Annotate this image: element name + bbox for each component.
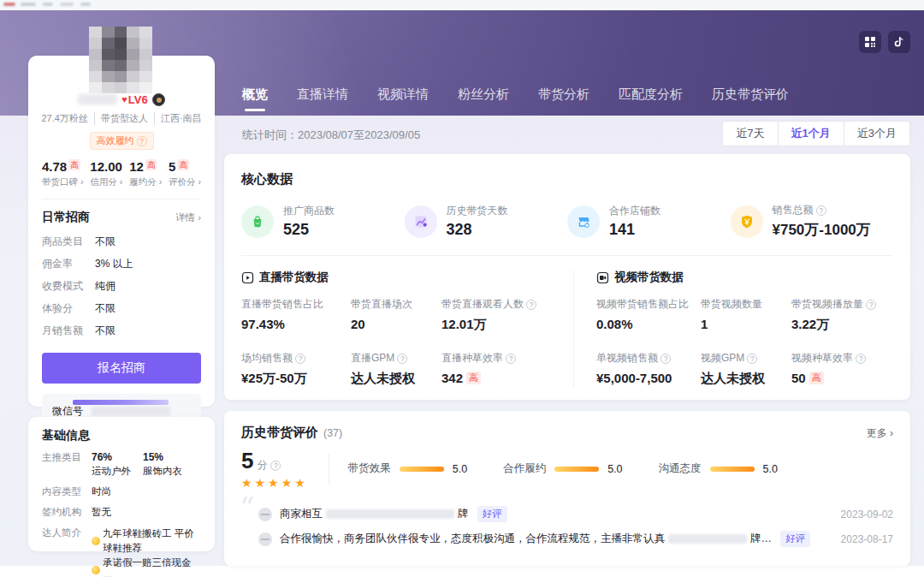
recruit-rows: 商品类目不限 佣金率3% 以上 收费模式纯佣 体验分不限 月销售额不限: [42, 230, 201, 342]
video-data-section: 视频带货数据 视频带货销售额占比0.08% 带货视频数量1 带货视频播放量?3.…: [573, 270, 893, 387]
score-link[interactable]: 评价分 ›: [169, 176, 201, 188]
tab-overview[interactable]: 概览: [242, 86, 268, 108]
metric: 带货视频数量1: [701, 297, 791, 333]
category-row: 主推类目 76%运动户外 15%服饰内衣: [42, 451, 201, 478]
score-row: 4.78高 带货口碑 › 12.00 信用分 › 12高 履约分 › 5高 评价…: [42, 159, 201, 188]
creator-name-row: ♥LV6: [42, 92, 201, 107]
recruit-title: 日常招商: [42, 210, 90, 225]
efficient-fulfillment-tag: 高效履约?: [90, 132, 154, 150]
wechat-label: 微信号: [52, 404, 83, 419]
review-date: 2023-08-17: [841, 533, 893, 545]
help-icon[interactable]: ?: [856, 354, 866, 364]
score-link[interactable]: 履约分 ›: [129, 176, 162, 188]
help-icon[interactable]: ?: [526, 300, 536, 310]
tab-live-detail[interactable]: 直播详情: [297, 86, 348, 108]
metric: 直播GPM?达人未授权: [351, 351, 441, 387]
help-icon[interactable]: ?: [866, 300, 876, 310]
profile-card: ♥LV6 27.4万粉丝 带货型达人 江西·南昌 高效履约? 4.78高 带货口…: [28, 56, 215, 407]
help-icon[interactable]: ?: [137, 136, 147, 146]
range-7days-button[interactable]: 近7天: [723, 122, 777, 146]
rating-bar: 合作履约5.0: [503, 461, 622, 476]
help-icon[interactable]: ?: [295, 354, 305, 364]
creator-name-redacted: [78, 94, 117, 104]
quote-icon: “: [240, 493, 254, 522]
trend-chart-icon: [405, 205, 437, 238]
tab-match-analysis[interactable]: 匹配度分析: [619, 86, 683, 108]
star-rating: ★★★★★: [241, 476, 308, 490]
creator-type: 带货型达人: [94, 112, 148, 125]
help-icon[interactable]: ?: [816, 205, 826, 216]
signup-recruit-button[interactable]: 报名招商: [42, 353, 201, 384]
help-icon[interactable]: ?: [747, 354, 757, 364]
review-date: 2023-09-02: [841, 509, 893, 520]
divider: [241, 255, 893, 256]
douyin-icon[interactable]: [888, 31, 910, 53]
creator-meta: 27.4万粉丝 带货型达人 江西·南昌: [42, 112, 201, 125]
qrcode-icon[interactable]: [859, 31, 881, 53]
review-text: 商家相互牌: [280, 507, 469, 521]
rating-bars: 带货效果5.0 合作履约5.0 沟通态度5.0: [348, 461, 778, 476]
high-badge: 高: [145, 159, 157, 170]
help-icon[interactable]: ?: [270, 461, 281, 471]
core-data-card: 核心数据 推广商品数525 历史带货天数328 合作店铺数141: [224, 154, 910, 400]
score-link[interactable]: 信用分 ›: [90, 176, 122, 188]
core-item-sales: 销售总额? ¥750万-1000万: [731, 203, 894, 240]
reviewer-avatar: [258, 508, 272, 521]
creator-medal-icon: [152, 93, 165, 106]
intro-row: 达人简介 九年球鞋搬砖工 平价球鞋推荐 承诺假一赔三倍现金 ⋯: [42, 526, 201, 577]
metric: 带货直播场次20: [351, 297, 441, 333]
metric: 带货直播观看人数?12.01万: [441, 297, 573, 333]
bar-fill: [554, 467, 599, 472]
range-1month-button[interactable]: 近1个月: [778, 122, 844, 146]
blurred-mark: [3, 3, 15, 6]
redacted-text: [668, 534, 747, 544]
tab-sales-analysis[interactable]: 带货分析: [538, 86, 589, 108]
page: 概览 直播详情 视频详情 粉丝分析 带货分析 匹配度分析 历史带货评价 统计时间…: [0, 0, 924, 577]
range-3months-button[interactable]: 近3个月: [844, 122, 909, 146]
category-item: 76%运动户外: [92, 451, 131, 478]
core-item-products: 推广商品数525: [241, 203, 405, 240]
avatar: [89, 27, 152, 93]
live-data-section: 直播带货数据 直播带货销售占比97.43% 带货直播场次20 带货直播观看人数?…: [241, 270, 573, 387]
help-icon[interactable]: ?: [397, 354, 407, 364]
bag-icon: [241, 205, 274, 238]
more-link[interactable]: 更多 ›: [867, 426, 893, 441]
basic-info-card: 基础信息 主推类目 76%运动户外 15%服饰内衣 内容类型时尚 签约机构暂无 …: [28, 417, 215, 551]
medal-icon: [92, 537, 100, 545]
shop-icon: [567, 205, 600, 238]
kv-row: 月销售额不限: [42, 319, 201, 342]
high-badge: 高: [809, 372, 824, 384]
tab-history-review[interactable]: 历史带货评价: [712, 86, 789, 108]
blurred-mark: [21, 3, 36, 6]
agency-row: 签约机构暂无: [42, 506, 201, 519]
review-title: 历史带货评价: [241, 425, 318, 441]
kv-row: 商品类目不限: [42, 230, 201, 253]
live-data-title: 直播带货数据: [259, 270, 329, 285]
help-icon[interactable]: ?: [660, 354, 671, 364]
metric: 视频带货销售额占比0.08%: [596, 297, 701, 333]
metric: 直播种草效率?342高: [441, 351, 573, 387]
blurred-overlay: [73, 400, 169, 405]
medal-icon: [92, 566, 100, 574]
score-item: 12.00 信用分 ›: [90, 159, 122, 188]
divider: [42, 199, 201, 199]
core-data-title: 核心数据: [241, 171, 893, 187]
stat-time-value: 2023/08/07至2023/09/05: [298, 128, 420, 141]
kv-row: 体验分不限: [42, 297, 201, 319]
tab-video-detail[interactable]: 视频详情: [377, 86, 429, 108]
good-review-tag[interactable]: 好评: [780, 531, 810, 547]
main-tabs: 概览 直播详情 视频详情 粉丝分析 带货分析 匹配度分析 历史带货评价: [242, 86, 789, 108]
bar-fill: [400, 467, 444, 472]
help-icon[interactable]: ?: [506, 354, 516, 364]
divider: [329, 454, 329, 485]
blurred-mark: [60, 3, 74, 6]
tab-fans-analysis[interactable]: 粉丝分析: [458, 86, 509, 108]
good-review-tag[interactable]: 好评: [477, 506, 507, 522]
wechat-value-redacted: [92, 407, 170, 416]
recruit-detail-link[interactable]: 详情 ›: [175, 211, 201, 224]
rating-bar: 带货效果5.0: [348, 461, 467, 476]
fans-count: 27.4万粉丝: [41, 112, 87, 125]
category-item: 15%服饰内衣: [143, 451, 182, 478]
score-link[interactable]: 带货口碑 ›: [42, 176, 83, 188]
metric: 视频GPM?达人未授权: [701, 351, 791, 387]
